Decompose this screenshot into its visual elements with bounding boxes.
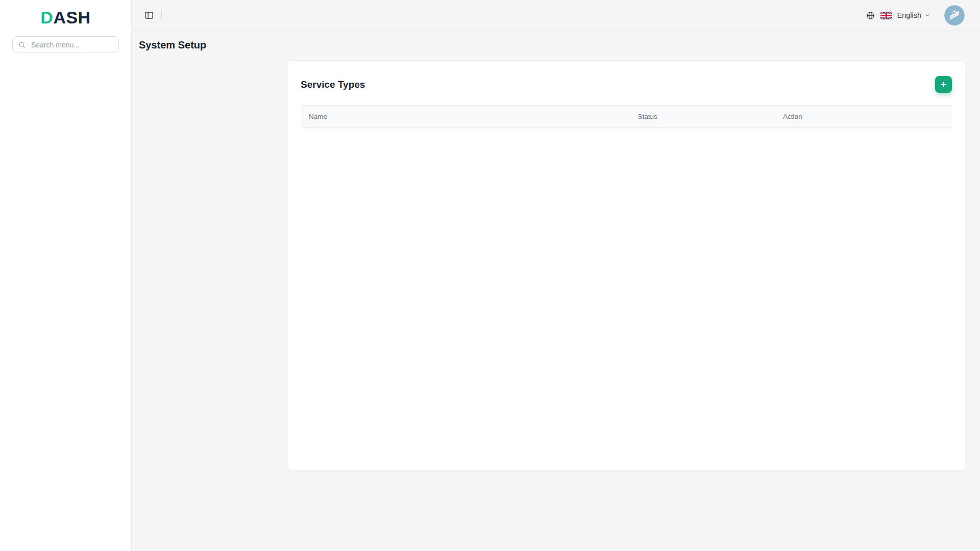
topbar-divider: [161, 10, 162, 20]
app-logo: DASH: [0, 7, 131, 28]
sidebar-search: [12, 36, 119, 53]
sidebar: DASH: [0, 0, 132, 551]
globe-button[interactable]: [866, 11, 875, 20]
app-root: DASH: [0, 0, 980, 551]
chevron-down-icon: [924, 12, 931, 19]
user-avatar[interactable]: [944, 5, 965, 26]
language-selector[interactable]: English: [897, 11, 931, 19]
table-header-name: Name: [301, 106, 629, 128]
add-service-type-button[interactable]: [935, 76, 952, 93]
topbar: English: [132, 0, 980, 31]
language-label: English: [897, 11, 921, 19]
uk-flag-icon: [880, 12, 892, 19]
page-content: System Setup Service Types: [132, 31, 980, 471]
service-types-table: Name Status Action: [301, 105, 952, 128]
sidebar-toggle-button[interactable]: [144, 10, 154, 20]
table-container: Name Status Action: [287, 105, 965, 146]
avatar-image: [944, 5, 965, 26]
card-header: Service Types: [287, 61, 965, 105]
table-header-action: Action: [775, 106, 952, 128]
globe-icon: [866, 11, 875, 20]
logo-letter-d: D: [40, 8, 53, 28]
search-icon: [18, 41, 26, 49]
topbar-left: [144, 10, 866, 20]
search-input[interactable]: [30, 40, 113, 49]
table-header-status: Status: [629, 106, 775, 128]
page-title: System Setup: [139, 35, 966, 60]
logo-rest: ASH: [53, 8, 90, 28]
main-area: English System Setup: [132, 0, 980, 551]
topbar-right: English: [866, 5, 965, 26]
service-types-card: Service Types Name Status Action: [287, 60, 966, 471]
plus-icon: [939, 80, 948, 89]
panel-icon: [144, 10, 154, 20]
card-title: Service Types: [301, 79, 365, 90]
setup-columns: Service Types Name Status Action: [139, 60, 966, 471]
table-header-row: Name Status Action: [301, 106, 952, 128]
